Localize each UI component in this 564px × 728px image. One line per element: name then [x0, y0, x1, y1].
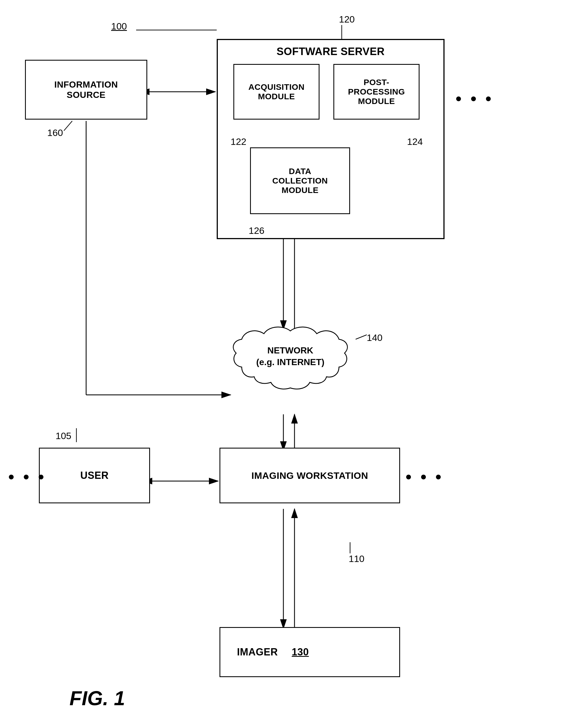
data-collection-label: DATA COLLECTION MODULE: [272, 167, 328, 195]
dots-right-workstation: • • •: [406, 467, 443, 486]
acquisition-module-box: ACQUISITION MODULE: [234, 64, 319, 120]
ref-126-label: 126: [249, 225, 265, 236]
ref-100-label: 100: [111, 21, 127, 32]
ref-124-label: 124: [407, 136, 423, 147]
ref-122-label: 122: [231, 136, 247, 147]
ref-110-label: 110: [349, 553, 364, 564]
imager-box: IMAGER 130: [220, 627, 400, 677]
diagram: 100 120 SOFTWARE SERVER ACQUISITION MODU…: [0, 0, 564, 728]
figure-label: FIG. 1: [69, 687, 125, 710]
software-server-label: SOFTWARE SERVER: [277, 46, 385, 58]
svg-line-24: [64, 121, 72, 131]
acquisition-module-label: ACQUISITION MODULE: [249, 82, 304, 101]
ref-105-label: 105: [56, 430, 71, 441]
ref-120-label: 120: [339, 14, 355, 25]
ref-140-label: 140: [367, 332, 382, 343]
information-source-label: INFORMATION SOURCE: [54, 80, 118, 100]
dots-left-user: • • •: [8, 467, 46, 486]
post-processing-box: POST- PROCESSING MODULE: [333, 64, 419, 120]
post-processing-label: POST- PROCESSING MODULE: [348, 78, 405, 106]
imager-label: IMAGER: [237, 646, 278, 658]
user-box: USER: [39, 448, 150, 503]
network-cloud: NETWORK (e.g. INTERNET): [228, 323, 353, 417]
data-collection-box: DATA COLLECTION MODULE: [250, 147, 350, 214]
information-source-box: INFORMATION SOURCE: [25, 60, 147, 120]
imaging-workstation-box: IMAGING WORKSTATION: [220, 448, 400, 503]
imager-ref-label: 130: [292, 646, 309, 658]
dots-left-top: • • •: [456, 89, 493, 108]
network-label: NETWORK (e.g. INTERNET): [256, 345, 324, 367]
imaging-workstation-label: IMAGING WORKSTATION: [252, 470, 368, 481]
network-cloud-svg: [228, 323, 353, 417]
user-label: USER: [80, 470, 109, 481]
ref-160-label: 160: [47, 127, 63, 138]
